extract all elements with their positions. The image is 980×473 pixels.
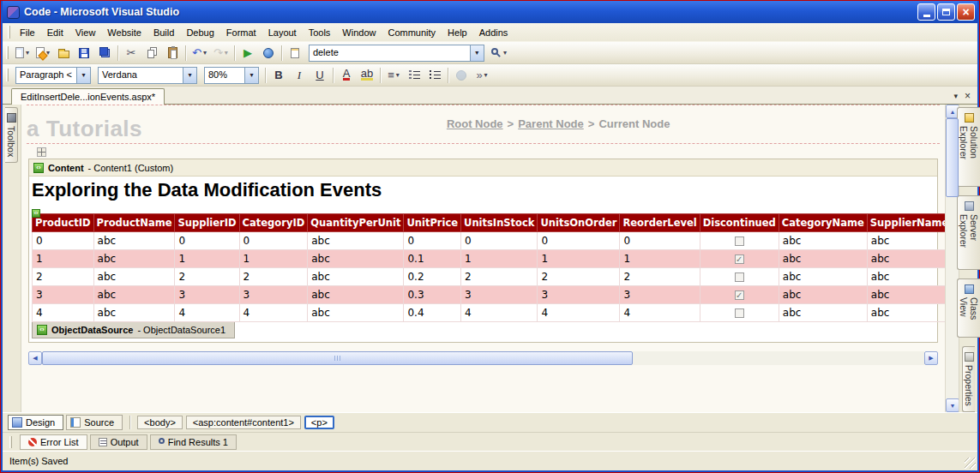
underline-button[interactable]: U	[310, 66, 329, 85]
menu-item-window[interactable]: Window	[336, 24, 382, 41]
horizontal-scrollbar-track[interactable]	[42, 351, 924, 365]
tool-document-button[interactable]	[286, 44, 304, 63]
objectdatasource-control[interactable]: ‹› ObjectDataSource - ObjectDataSource1	[32, 322, 235, 338]
grid-cell: abc	[867, 286, 945, 304]
dock-tab-class-view[interactable]: Class View	[957, 278, 980, 338]
move-handle-icon[interactable]	[37, 147, 46, 157]
redo-button[interactable]: ↷▾	[211, 44, 231, 63]
document-tab[interactable]: EditInsertDele...ionEvents.aspx*	[11, 88, 165, 105]
close-button[interactable]: ×	[957, 3, 975, 21]
resize-grip[interactable]	[965, 458, 976, 469]
block-format-value[interactable]: Paragraph <	[16, 68, 76, 83]
formatting-toolbar-grip[interactable]	[6, 69, 9, 81]
vertical-scrollbar[interactable]: ▲ ▼	[945, 105, 959, 412]
find-in-files-button[interactable]: ▾	[489, 44, 509, 63]
table-row: 0abc00abc0000abcabc	[33, 232, 946, 250]
menu-item-layout[interactable]: Layout	[262, 24, 303, 41]
grid-cell: abc	[779, 250, 867, 268]
site-title: a Tutorials	[27, 116, 142, 142]
save-all-button[interactable]	[95, 44, 114, 63]
dock-tab-server-explorer[interactable]: Server Explorer	[957, 195, 980, 270]
paste-button[interactable]	[163, 44, 182, 63]
tag-button-asp-content-content1[interactable]: <asp:content#content1>	[186, 416, 301, 429]
align-button[interactable]: ≡▾	[384, 66, 403, 85]
menu-item-view[interactable]: View	[69, 24, 102, 41]
copy-button[interactable]	[142, 44, 161, 63]
bold-button[interactable]: B	[269, 66, 288, 85]
start-debug-button[interactable]: ▶	[238, 44, 257, 63]
grid-cell: abc	[308, 304, 404, 322]
menu-item-website[interactable]: Website	[101, 24, 147, 41]
panel-tab-error-list[interactable]: Error List	[20, 434, 87, 450]
standard-toolbar-grip[interactable]	[6, 46, 9, 59]
menu-item-file[interactable]: File	[14, 24, 41, 41]
undo-button[interactable]: ↶▾	[189, 44, 209, 63]
zoom-combobox[interactable]: 80% ▾	[204, 67, 259, 84]
underline-icon: U	[316, 69, 323, 81]
gridview-control[interactable]: ‹› ProductIDProductNameSupplierIDCategor…	[32, 213, 935, 322]
hyperlink-button[interactable]	[452, 66, 471, 85]
menu-item-community[interactable]: Community	[382, 24, 442, 41]
toolbar-combobox[interactable]: delete ▾	[309, 45, 484, 62]
combobox-value[interactable]: delete	[310, 45, 470, 61]
grid-cell: ✓	[700, 250, 779, 268]
file-list-dropdown-icon[interactable]: ▾	[953, 93, 958, 100]
dock-tab-solution-explorer[interactable]: Solution Explorer	[957, 107, 980, 187]
highlight-button[interactable]: ab	[358, 66, 376, 85]
toolbar-overflow-button[interactable]: »▾	[472, 66, 491, 85]
menu-item-edit[interactable]: Edit	[41, 24, 69, 41]
breadcrumb-parent-link[interactable]: Parent Node	[518, 117, 584, 130]
dock-tab-toolbox[interactable]: Toolbox	[5, 107, 18, 163]
italic-button[interactable]: I	[290, 66, 309, 85]
font-value[interactable]: Verdana	[99, 68, 183, 83]
design-surface[interactable]: a Tutorials Root Node>Parent Node>Curren…	[21, 105, 945, 412]
block-format-combobox[interactable]: Paragraph < ▾	[15, 67, 91, 84]
scroll-down-icon[interactable]: ▼	[946, 398, 959, 412]
horizontal-scrollbar-thumb[interactable]	[42, 351, 633, 365]
menu-item-build[interactable]: Build	[147, 24, 180, 41]
undo-icon: ↶	[192, 47, 201, 59]
vertical-scrollbar-track[interactable]	[946, 118, 959, 398]
add-item-button[interactable]: ▾	[33, 44, 52, 63]
save-button[interactable]	[75, 44, 93, 63]
font-dropdown-icon[interactable]: ▾	[183, 68, 196, 83]
menu-item-format[interactable]: Format	[220, 24, 262, 41]
numbered-list-button[interactable]	[405, 66, 424, 85]
block-format-dropdown-icon[interactable]: ▾	[76, 68, 90, 83]
menubar-grip[interactable]	[8, 26, 10, 39]
title-bar[interactable]: Code - Microsoft Visual Studio ×	[3, 1, 977, 23]
tag-button-body[interactable]: <body>	[137, 416, 183, 429]
scroll-right-icon[interactable]: ▶	[924, 351, 938, 365]
zoom-value[interactable]: 80%	[205, 68, 244, 83]
vertical-scrollbar-thumb[interactable]	[946, 118, 959, 197]
paneltabs-grip[interactable]	[9, 436, 12, 448]
design-view-button[interactable]: Design	[8, 415, 63, 430]
browse-button[interactable]	[259, 44, 278, 63]
font-color-button[interactable]: A	[337, 66, 356, 85]
tag-button-p[interactable]: <p>	[304, 416, 334, 429]
combobox-dropdown-icon[interactable]: ▾	[470, 45, 484, 61]
font-combobox[interactable]: Verdana ▾	[98, 67, 197, 84]
breadcrumb-root-link[interactable]: Root Node	[447, 117, 503, 130]
maximize-button[interactable]	[937, 3, 955, 21]
minimize-button[interactable]	[917, 3, 935, 21]
zoom-dropdown-icon[interactable]: ▾	[244, 68, 258, 83]
cut-button[interactable]: ✂	[122, 44, 141, 63]
menu-item-help[interactable]: Help	[442, 24, 473, 41]
source-view-button[interactable]: Source	[66, 415, 123, 430]
open-file-button[interactable]	[54, 44, 73, 63]
bullet-list-button[interactable]	[425, 66, 444, 85]
panel-tab-find-results-1[interactable]: Find Results 1	[150, 434, 237, 450]
dock-tab-properties[interactable]: Properties	[962, 346, 975, 412]
horizontal-scrollbar[interactable]: ◀ ▶	[28, 351, 938, 365]
scroll-left-icon[interactable]: ◀	[28, 351, 42, 365]
new-file-button[interactable]: ▾	[13, 44, 32, 63]
menu-item-tools[interactable]: Tools	[303, 24, 337, 41]
close-document-icon[interactable]: ×	[965, 93, 971, 100]
panel-tab-output[interactable]: Output	[90, 434, 147, 450]
menu-item-debug[interactable]: Debug	[180, 24, 219, 41]
content-control-detail: - Content1 (Custom)	[88, 163, 174, 173]
content-control-header[interactable]: ‹› Content - Content1 (Custom)	[29, 159, 937, 177]
menu-item-addins[interactable]: Addins	[473, 24, 514, 41]
grid-cell: 2	[33, 268, 94, 286]
